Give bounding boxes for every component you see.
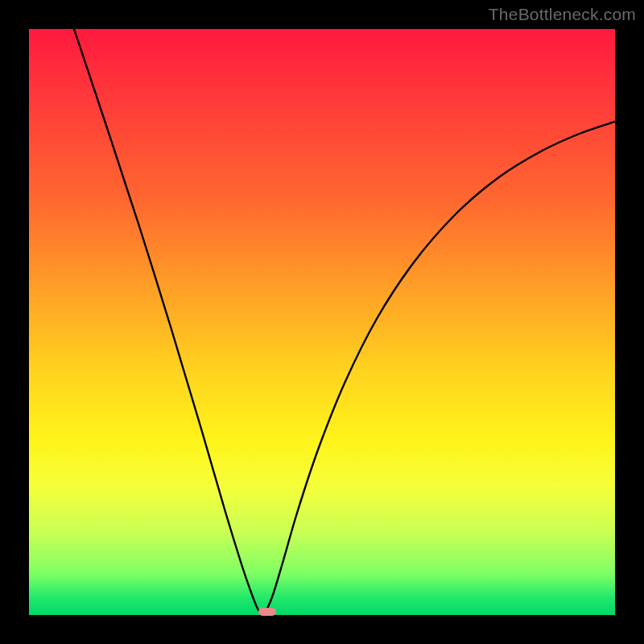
- optimal-point-marker: [258, 608, 276, 616]
- chart-plot-area: [29, 29, 615, 615]
- bottleneck-curve: [29, 29, 615, 615]
- watermark-text: TheBottleneck.com: [489, 5, 636, 24]
- chart-frame: TheBottleneck.com: [0, 0, 644, 644]
